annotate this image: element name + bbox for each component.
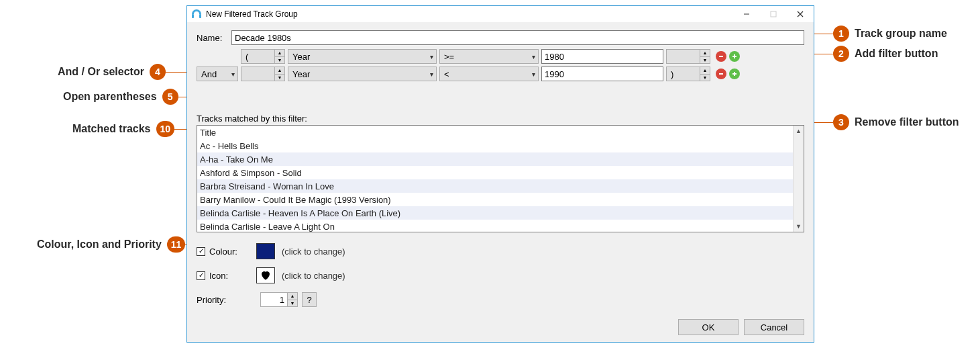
- svg-rect-0: [192, 14, 194, 18]
- list-item[interactable]: Ashford & Simpson - Solid: [197, 166, 793, 179]
- close-paren-spinner[interactable]: ) ▲▼: [666, 66, 710, 81]
- andor-selector[interactable]: And▾: [197, 66, 238, 81]
- list-item[interactable]: A-ha - Take On Me: [197, 152, 793, 166]
- matched-tracks-list[interactable]: Title Ac - Hells Bells A-ha - Take On Me…: [197, 125, 804, 232]
- window-title: New Filtered Track Group: [206, 9, 733, 19]
- dialog-window: New Filtered Track Group Name: ( ▲▼: [186, 5, 814, 343]
- spin-up-icon[interactable]: ▲: [700, 66, 710, 75]
- list-item[interactable]: Belinda Carlisle - Leave A Light On: [197, 220, 793, 232]
- chevron-down-icon: ▾: [231, 71, 235, 78]
- spin-up-icon[interactable]: ▲: [274, 49, 285, 57]
- operation-selector[interactable]: <▾: [439, 66, 539, 81]
- icon-label: Icon:: [209, 271, 250, 281]
- name-label: Name:: [197, 33, 231, 43]
- spin-up-icon[interactable]: ▲: [274, 66, 285, 75]
- list-item[interactable]: Ac - Hells Bells: [197, 139, 793, 152]
- spin-down-icon[interactable]: ▼: [274, 57, 285, 64]
- spin-down-icon[interactable]: ▼: [287, 300, 298, 308]
- icon-swatch[interactable]: [256, 267, 275, 283]
- name-input[interactable]: [231, 30, 804, 45]
- svg-rect-3: [771, 11, 776, 17]
- filter-row: ( ▲▼ Year▾ >=▾ ▲▼: [197, 49, 804, 64]
- priority-spinner[interactable]: 1 ▲▼: [260, 292, 298, 307]
- colour-swatch[interactable]: [256, 243, 275, 259]
- filter-row: And▾ ▲▼ Year▾ <▾: [197, 66, 804, 81]
- spin-down-icon[interactable]: ▼: [700, 57, 710, 64]
- filter-value-input[interactable]: [541, 66, 663, 81]
- titlebar: New Filtered Track Group: [187, 6, 814, 22]
- spin-down-icon[interactable]: ▼: [700, 75, 710, 82]
- cancel-button[interactable]: Cancel: [744, 319, 804, 335]
- column-header-title[interactable]: Title: [197, 126, 793, 139]
- open-paren-spinner[interactable]: ( ▲▼: [241, 49, 285, 64]
- chevron-down-icon: ▾: [532, 71, 535, 78]
- callout-3: 3 Remove filter button: [833, 114, 959, 130]
- add-filter-button[interactable]: [729, 51, 740, 62]
- callout-10: Matched tracks 10: [72, 121, 174, 137]
- filter-value-input[interactable]: [541, 49, 663, 64]
- scroll-up-icon[interactable]: ▲: [794, 126, 804, 136]
- chevron-down-icon: ▾: [430, 71, 433, 78]
- close-button[interactable]: [787, 6, 814, 22]
- spin-down-icon[interactable]: ▼: [274, 75, 285, 82]
- matched-tracks-label: Tracks matched by this filter:: [197, 114, 804, 124]
- callout-2: 2 Add filter button: [833, 46, 938, 62]
- close-paren-spinner[interactable]: ▲▼: [666, 49, 710, 64]
- field-selector[interactable]: Year▾: [288, 49, 437, 64]
- callout-1: 1 Track group name: [833, 26, 947, 42]
- priority-label: Priority:: [197, 295, 250, 305]
- scroll-down-icon[interactable]: ▼: [794, 221, 804, 232]
- scrollbar[interactable]: ▲ ▼: [793, 126, 804, 232]
- ok-button[interactable]: OK: [678, 319, 739, 335]
- field-selector[interactable]: Year▾: [288, 66, 437, 81]
- add-filter-button[interactable]: [729, 69, 740, 79]
- svg-rect-1: [199, 14, 201, 18]
- maximize-button: [760, 6, 787, 22]
- colour-checkbox[interactable]: ✓: [197, 247, 205, 256]
- leader-4: [165, 72, 186, 73]
- list-item[interactable]: Barbra Streisand - Woman In Love: [197, 179, 793, 193]
- remove-filter-button[interactable]: [716, 51, 726, 62]
- list-item[interactable]: Barry Manilow - Could It Be Magic (1993 …: [197, 193, 793, 206]
- operation-selector[interactable]: >=▾: [439, 49, 539, 64]
- priority-help-button[interactable]: ?: [302, 292, 317, 307]
- spin-up-icon[interactable]: ▲: [287, 292, 298, 300]
- icon-hint: (click to change): [282, 271, 345, 281]
- remove-filter-button[interactable]: [716, 69, 726, 79]
- colour-label: Colour:: [209, 247, 250, 257]
- chevron-down-icon: ▾: [430, 53, 433, 60]
- spin-up-icon[interactable]: ▲: [700, 49, 710, 57]
- open-paren-spinner[interactable]: ▲▼: [241, 66, 285, 81]
- minimize-button[interactable]: [733, 6, 760, 22]
- chevron-down-icon: ▾: [532, 53, 535, 60]
- callout-11: Colour, Icon and Priority 11: [37, 236, 185, 253]
- app-icon: [191, 9, 202, 19]
- icon-checkbox[interactable]: ✓: [197, 271, 205, 280]
- heart-icon: [259, 269, 272, 281]
- callout-4: And / Or selector 4: [58, 64, 166, 80]
- list-item[interactable]: Belinda Carlisle - Heaven Is A Place On …: [197, 206, 793, 220]
- callout-5: Open parentheses 5: [63, 89, 178, 105]
- colour-hint: (click to change): [282, 247, 345, 257]
